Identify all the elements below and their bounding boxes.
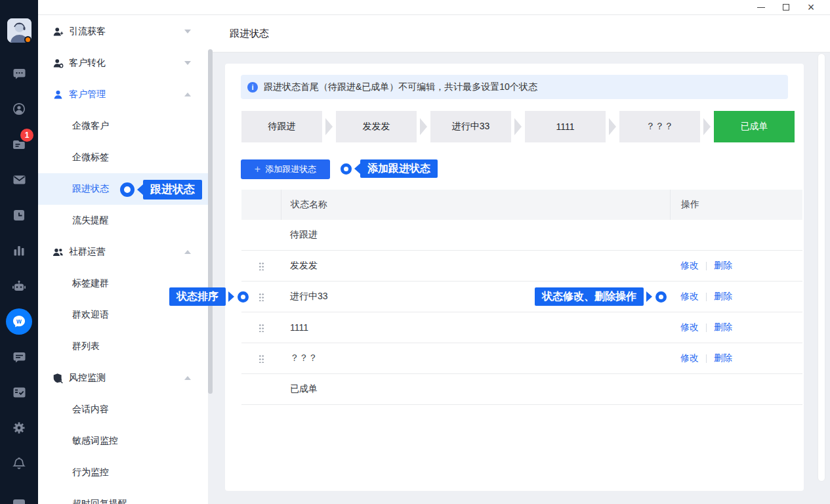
sidebar-item-kehu-guanli[interactable]: 客户管理	[38, 79, 208, 110]
minimize-icon	[757, 7, 765, 8]
delete-link[interactable]: 删除	[714, 352, 732, 364]
info-icon: i	[247, 82, 258, 93]
sidebar-item-minganci-jiankong[interactable]: 敏感词监控	[38, 425, 208, 457]
sidebar-item-qun-liebiao[interactable]: 群列表	[38, 331, 208, 362]
close-button[interactable]: ×	[799, 0, 823, 14]
table-row: 待跟进	[241, 220, 802, 251]
users-icon	[52, 247, 64, 258]
sidebar-nav: 引流获客 客户转化 客户管理 企微客户 企微标签 跟进状态 流失提醒 社群运营	[38, 15, 208, 504]
main-scrollbar-thumb[interactable]	[818, 53, 825, 482]
callout-arrow-left-icon	[137, 184, 143, 195]
drag-handle-icon[interactable]	[259, 293, 264, 301]
action-separator	[706, 262, 707, 270]
settings-icon[interactable]	[0, 421, 38, 434]
sidebar-item-label: 标签建群	[72, 278, 109, 289]
flow-arrow-icon	[322, 118, 336, 135]
flow-step-final: 已成单	[714, 111, 795, 142]
minimize-button[interactable]	[749, 0, 774, 14]
sidebar-item-label: 群欢迎语	[72, 309, 109, 321]
status-table: 状态名称 操作 待跟进 发发发 修改 删除	[241, 190, 802, 405]
sidebar-item-qiwei-biaoqian[interactable]: 企微标签	[38, 142, 208, 173]
contact-icon[interactable]	[0, 102, 38, 116]
shield-search-icon	[52, 373, 64, 384]
edit-link[interactable]: 修改	[680, 260, 699, 272]
sidebar-item-label: 客户管理	[69, 89, 106, 100]
status-name: ？？？	[281, 343, 670, 373]
flow-step: 待跟进	[241, 111, 322, 142]
sidebar-item-liushi-tixing[interactable]: 流失提醒	[38, 205, 208, 236]
callout-arrow-left-icon	[354, 163, 360, 174]
user-icon	[52, 89, 64, 100]
callout-label: 添加跟进状态	[360, 159, 438, 178]
flow-arrow-icon	[511, 118, 525, 135]
callout-status-sort: 状态排序	[169, 287, 249, 306]
sidebar-item-xingwei-jiankong[interactable]: 行为监控	[38, 457, 208, 488]
sidebar-item-label: 引流获客	[69, 26, 106, 37]
table-row: 发发发 修改 删除	[241, 251, 802, 282]
notification-badge: 1	[20, 129, 33, 142]
edit-link[interactable]: 修改	[680, 291, 699, 303]
sidebar-item-yinliu-huoke[interactable]: 引流获客	[38, 16, 208, 47]
user-convert-icon	[52, 58, 64, 69]
table-header: 状态名称 操作	[241, 190, 802, 220]
sidebar-item-label: 客户转化	[69, 57, 106, 69]
robot-icon[interactable]	[0, 280, 38, 293]
sidebar-item-chaoshi-huifu-tixing[interactable]: 超时回复提醒	[38, 488, 208, 504]
callout-label: 状态排序	[169, 287, 226, 306]
maximize-button[interactable]	[774, 0, 799, 14]
flow-arrow-icon	[700, 118, 714, 135]
flow-step: ？？？	[619, 111, 700, 142]
tasks-icon[interactable]	[0, 386, 38, 399]
sidebar-item-fengkong-jiance[interactable]: 风控监测	[38, 362, 208, 394]
table-row: ？？？ 修改 删除	[241, 343, 802, 374]
page-header: 跟进状态	[208, 15, 830, 52]
chat-dots-icon[interactable]	[0, 67, 38, 80]
mail-icon[interactable]	[0, 173, 38, 186]
status-name: 发发发	[281, 251, 670, 281]
sidebar-item-qiwei-kehu[interactable]: 企微客户	[38, 110, 208, 142]
edit-link[interactable]: 修改	[680, 352, 699, 364]
sidebar-item-label: 行为监控	[72, 467, 109, 478]
sidebar-item-label: 超时回复提醒	[72, 498, 127, 504]
close-icon: ×	[808, 1, 815, 14]
flow-arrow-icon	[417, 118, 430, 135]
flow-step: 1111	[525, 111, 606, 142]
notifications-icon[interactable]	[0, 457, 38, 470]
user-plus-icon	[52, 26, 64, 37]
drag-handle-icon[interactable]	[259, 324, 264, 332]
svg-text:w: w	[16, 318, 22, 325]
plus-icon: +	[255, 163, 260, 175]
name-column-header: 状态名称	[281, 190, 670, 220]
callout-marker-ring	[655, 291, 667, 303]
delete-link[interactable]: 删除	[714, 260, 732, 272]
delete-link[interactable]: 删除	[714, 322, 732, 333]
info-banner-text: 跟进状态首尾（待跟进&已成单）不可编辑，共计最多设置10个状态	[264, 81, 537, 93]
sidebar-item-label: 跟进状态	[72, 183, 109, 195]
flow-step: 进行中33	[430, 111, 511, 142]
sidebar-item-huihua-neirong[interactable]: 会话内容	[38, 394, 208, 425]
flow-step: 发发发	[336, 111, 417, 142]
status-name: 已成单	[281, 374, 670, 404]
chat-lines-icon[interactable]	[0, 350, 38, 364]
sidebar-item-shequn-yunying[interactable]: 社群运营	[38, 236, 208, 268]
status-flow: 待跟进 发发发 进行中33 1111 ？？？ 已成单	[241, 111, 795, 142]
table-row: 1111 修改 删除	[241, 312, 802, 343]
callout-marker-ring	[120, 182, 135, 197]
delete-link[interactable]: 删除	[714, 291, 732, 303]
sidebar-scrollbar-thumb[interactable]	[208, 49, 213, 394]
messenger-icon[interactable]: w	[6, 308, 32, 335]
page-title: 跟进状态	[230, 28, 269, 40]
chevron-up-icon	[184, 250, 191, 254]
drag-handle-icon[interactable]	[259, 262, 264, 270]
stats-icon[interactable]	[0, 244, 38, 257]
docs-icon[interactable]	[0, 138, 38, 151]
sidebar-item-kehu-zhuanhua[interactable]: 客户转化	[38, 47, 208, 79]
edit-link[interactable]: 修改	[680, 322, 699, 333]
callout-sidebar-status: 跟进状态	[120, 180, 202, 200]
add-status-button[interactable]: + 添加跟进状态	[241, 159, 330, 179]
callout-edit-delete: 状态修改、删除操作	[535, 287, 667, 306]
drag-handle-icon[interactable]	[259, 354, 264, 363]
window-titlebar: ×	[38, 0, 830, 15]
sidebar-item-label: 社群运营	[69, 246, 106, 258]
schedule-icon[interactable]	[0, 209, 38, 222]
